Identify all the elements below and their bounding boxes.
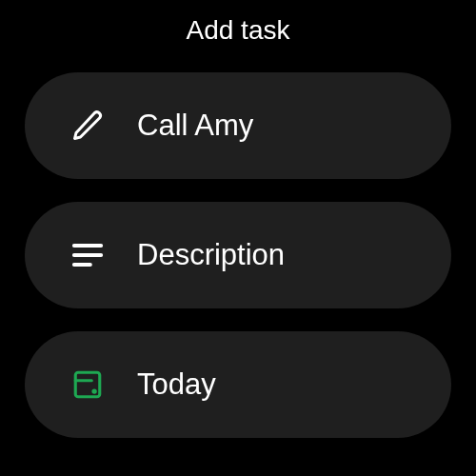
- task-name-label: Call Amy: [137, 109, 253, 143]
- page-title: Add task: [187, 15, 290, 46]
- date-row[interactable]: Today: [25, 331, 451, 438]
- date-label: Today: [137, 367, 216, 402]
- description-label: Description: [137, 238, 285, 272]
- calendar-icon: [69, 366, 107, 404]
- lines-icon: [69, 236, 107, 274]
- description-row[interactable]: Description: [25, 202, 451, 308]
- svg-point-5: [93, 390, 95, 392]
- pencil-icon: [69, 107, 107, 145]
- task-name-row[interactable]: Call Amy: [25, 72, 451, 179]
